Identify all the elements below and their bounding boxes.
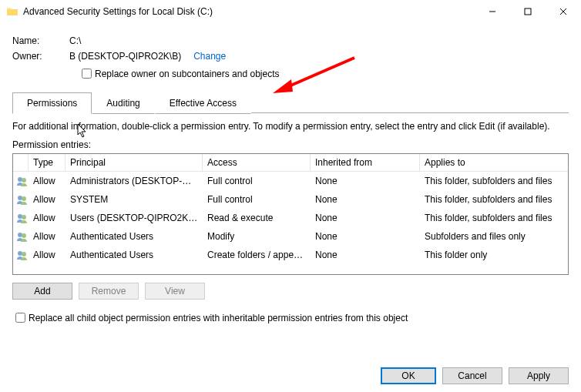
cell-principal: SYSTEM bbox=[65, 191, 203, 208]
apply-button[interactable]: Apply bbox=[509, 367, 569, 384]
column-access[interactable]: Access bbox=[203, 154, 311, 171]
cell-type: Allow bbox=[29, 209, 65, 226]
cell-inherited: None bbox=[311, 173, 420, 189]
table-row[interactable]: AllowAuthenticated UsersCreate folders /… bbox=[13, 246, 568, 264]
svg-point-13 bbox=[22, 252, 26, 256]
cell-principal: Administrators (DESKTOP-QIP... bbox=[65, 173, 203, 189]
window-title: Advanced Security Settings for Local Dis… bbox=[23, 6, 213, 17]
tab-effective-access[interactable]: Effective Access bbox=[155, 92, 251, 114]
table-row[interactable]: AllowUsers (DESKTOP-QIPRO2K\Us...Read & … bbox=[13, 209, 568, 227]
svg-point-12 bbox=[18, 251, 22, 256]
cell-inherited: None bbox=[311, 246, 420, 263]
maximize-button[interactable] bbox=[510, 0, 546, 23]
users-icon bbox=[13, 209, 29, 227]
replace-owner-label: Replace owner on subcontainers and objec… bbox=[95, 69, 279, 79]
cell-principal: Users (DESKTOP-QIPRO2K\Us... bbox=[65, 209, 203, 226]
users-icon bbox=[13, 190, 29, 209]
tab-permissions[interactable]: Permissions bbox=[12, 92, 92, 114]
table-row[interactable]: AllowSYSTEMFull controlNoneThis folder, … bbox=[13, 190, 568, 209]
cancel-button[interactable]: Cancel bbox=[442, 367, 502, 384]
table-row[interactable]: AllowAuthenticated UsersModifyNoneSubfol… bbox=[13, 227, 568, 246]
minimize-button[interactable] bbox=[475, 0, 510, 23]
users-icon bbox=[13, 246, 29, 264]
change-owner-link[interactable]: Change bbox=[193, 51, 226, 62]
users-icon bbox=[13, 227, 29, 246]
add-button[interactable]: Add bbox=[12, 283, 72, 300]
owner-value: B (DESKTOP-QIPRO2K\B) bbox=[69, 51, 181, 62]
svg-point-6 bbox=[18, 196, 22, 200]
column-type[interactable]: Type bbox=[29, 154, 65, 171]
cell-type: Allow bbox=[29, 173, 65, 189]
ok-button[interactable]: OK bbox=[381, 367, 436, 384]
cell-applies: This folder, subfolders and files bbox=[420, 191, 568, 208]
svg-rect-1 bbox=[525, 8, 531, 15]
cell-access: Read & execute bbox=[203, 209, 311, 226]
column-inherited[interactable]: Inherited from bbox=[311, 154, 420, 171]
replace-all-label: Replace all child object permission entr… bbox=[29, 313, 408, 323]
cell-access: Modify bbox=[203, 228, 311, 245]
remove-button: Remove bbox=[79, 283, 139, 300]
view-button: View bbox=[145, 283, 205, 300]
permission-entries-label: Permission entries: bbox=[12, 139, 569, 150]
owner-label: Owner: bbox=[12, 51, 69, 62]
replace-owner-checkbox[interactable] bbox=[82, 69, 92, 79]
cell-principal: Authenticated Users bbox=[65, 228, 203, 245]
folder-icon bbox=[6, 5, 18, 18]
tab-auditing[interactable]: Auditing bbox=[92, 92, 154, 114]
cell-applies: This folder, subfolders and files bbox=[420, 209, 568, 226]
close-button[interactable] bbox=[546, 0, 581, 23]
cell-type: Allow bbox=[29, 246, 65, 263]
svg-point-10 bbox=[18, 233, 22, 237]
cell-applies: This folder, subfolders and files bbox=[420, 173, 568, 189]
table-row[interactable]: AllowAdministrators (DESKTOP-QIP...Full … bbox=[13, 172, 568, 190]
replace-all-checkbox[interactable] bbox=[15, 313, 25, 323]
name-value: C:\ bbox=[69, 35, 81, 46]
cell-inherited: None bbox=[311, 209, 420, 226]
cell-inherited: None bbox=[311, 191, 420, 208]
svg-point-11 bbox=[22, 233, 26, 238]
svg-point-9 bbox=[22, 215, 26, 219]
panel-info-text: For additional information, double-click… bbox=[12, 121, 569, 132]
column-applies[interactable]: Applies to bbox=[420, 154, 568, 171]
svg-point-8 bbox=[18, 214, 22, 219]
users-icon bbox=[13, 172, 29, 190]
cell-access: Full control bbox=[203, 191, 311, 208]
column-principal[interactable]: Principal bbox=[65, 154, 203, 171]
cell-type: Allow bbox=[29, 228, 65, 245]
cell-inherited: None bbox=[311, 228, 420, 245]
svg-point-5 bbox=[22, 178, 26, 183]
svg-point-4 bbox=[18, 177, 22, 182]
name-label: Name: bbox=[12, 35, 69, 46]
cell-applies: Subfolders and files only bbox=[420, 228, 568, 245]
cell-access: Create folders / appen... bbox=[203, 246, 311, 263]
cell-type: Allow bbox=[29, 191, 65, 208]
cell-applies: This folder only bbox=[420, 246, 568, 263]
permission-table[interactable]: Type Principal Access Inherited from App… bbox=[12, 153, 569, 275]
cell-access: Full control bbox=[203, 173, 311, 189]
cell-principal: Authenticated Users bbox=[65, 246, 203, 263]
svg-point-7 bbox=[22, 196, 26, 201]
